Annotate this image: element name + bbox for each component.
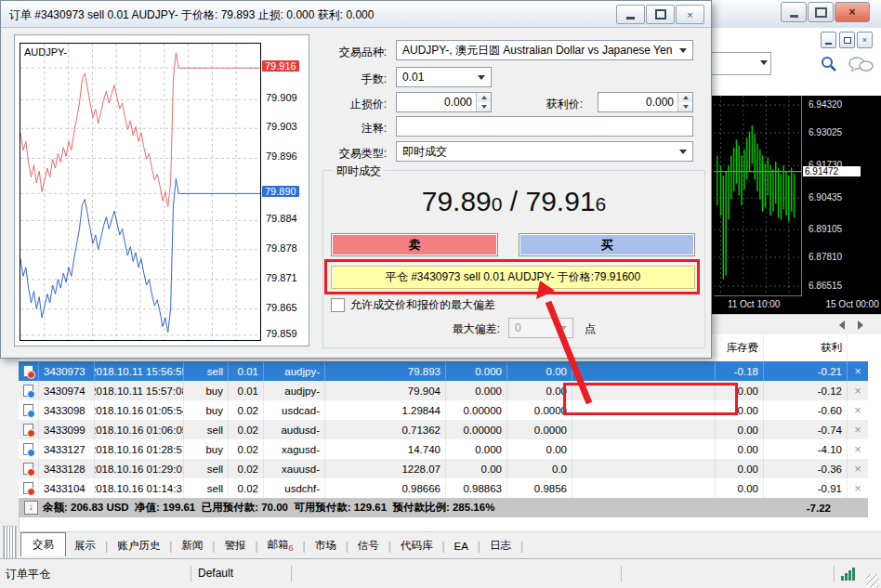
order-buy-icon bbox=[23, 443, 33, 455]
order-id: 3430973 bbox=[39, 361, 95, 381]
order-symbol: audusd- bbox=[264, 420, 325, 439]
close-order-icon[interactable]: × bbox=[848, 361, 868, 381]
table-row[interactable]: 34331282018.10.16 01:29:01sell0.02xauusd… bbox=[19, 459, 868, 478]
volume-select[interactable]: 0.01 bbox=[396, 67, 492, 87]
chevron-down-icon bbox=[478, 75, 485, 80]
order-lots: 0.02 bbox=[229, 439, 264, 459]
order-icon-cell bbox=[19, 459, 39, 478]
order-icon-cell bbox=[19, 381, 39, 400]
price-scale-label: 79.871 bbox=[266, 272, 297, 283]
instant-execution-group: 即时成交 79.890 / 79.916 卖 买 平仓 #3430973 sel… bbox=[322, 170, 705, 348]
header-profit[interactable]: 获利 bbox=[764, 334, 848, 361]
max-deviation-label: 最大偏差: bbox=[416, 321, 500, 337]
close-order-icon[interactable]: × bbox=[848, 439, 868, 459]
price-scale-label: 6.93025 bbox=[809, 127, 842, 137]
close-order-icon[interactable]: × bbox=[848, 420, 868, 439]
tab-警报[interactable]: 警报 bbox=[216, 535, 254, 556]
tab-日志[interactable]: 日志 bbox=[481, 535, 519, 556]
stoploss-input[interactable]: 0.000 bbox=[396, 92, 492, 112]
panel-handle-icon[interactable] bbox=[3, 526, 17, 559]
table-row[interactable]: 34330982018.10.16 01:05:54buy0.02usdcad-… bbox=[19, 400, 868, 420]
resize-grip[interactable] bbox=[866, 574, 879, 587]
tab-新闻[interactable]: 新闻 bbox=[173, 535, 211, 556]
status-profile[interactable]: Default bbox=[198, 567, 233, 580]
buy-button[interactable]: 买 bbox=[519, 233, 695, 256]
tab-信号[interactable]: 信号 bbox=[349, 535, 388, 556]
order-type-select[interactable]: 即时成交 bbox=[396, 141, 693, 162]
tab-EA[interactable]: EA bbox=[446, 537, 477, 555]
usdcnh-chart[interactable]: 6.943206.930256.917306.904356.891056.878… bbox=[712, 96, 881, 314]
dialog-maximize-button[interactable] bbox=[646, 5, 675, 24]
order-takeprofit: 0.00 bbox=[507, 439, 572, 459]
sell-button[interactable]: 卖 bbox=[331, 233, 498, 256]
tab-交易[interactable]: 交易 bbox=[20, 532, 66, 556]
table-row[interactable]: 34330992018.10.16 01:06:05sell0.02audusd… bbox=[19, 420, 868, 439]
mdi-restore-button[interactable] bbox=[839, 32, 855, 48]
dialog-titlebar[interactable]: 订单 #3430973 sell 0.01 AUDJPY- 于价格: 79.89… bbox=[1, 1, 711, 28]
order-buy-icon bbox=[23, 404, 33, 416]
tab-代码库[interactable]: 代码库 bbox=[392, 535, 441, 556]
order-profit: -0.36 bbox=[764, 459, 848, 478]
order-sell-icon bbox=[23, 482, 33, 494]
balance-row: ↓ 余额: 206.83 USD 净值: 199.61 已用预付款: 70.00… bbox=[19, 498, 868, 517]
close-order-icon[interactable]: × bbox=[848, 459, 868, 478]
table-row[interactable]: 34331272018.10.16 01:28:57buy0.02xagusd-… bbox=[19, 439, 868, 459]
deviation-checkbox[interactable] bbox=[331, 298, 345, 312]
chat-icon[interactable] bbox=[848, 56, 875, 74]
close-order-icon[interactable]: × bbox=[848, 400, 868, 420]
scroll-right-icon[interactable] bbox=[858, 320, 863, 330]
symbol-select[interactable]: AUDJPY-, 澳元日圆 Australian Dollar vs Japan… bbox=[396, 40, 693, 60]
close-position-button[interactable]: 平仓 #3430973 sell 0.01 AUDJPY- 于价格:79.916… bbox=[331, 266, 695, 289]
tab-市场[interactable]: 市场 bbox=[307, 535, 345, 556]
chart-plot bbox=[714, 96, 802, 296]
header-swap[interactable]: 库存费 bbox=[716, 334, 764, 361]
max-deviation-select[interactable]: 0 bbox=[508, 318, 573, 338]
balance-text: 余额: 206.83 USD 净值: 199.61 已用预付款: 70.00 可… bbox=[43, 501, 494, 515]
tab-邮箱[interactable]: 邮箱6 bbox=[259, 534, 302, 556]
takeprofit-label: 获利价: bbox=[521, 97, 583, 112]
dialog-minimize-button[interactable] bbox=[616, 5, 645, 24]
price-scale-label: 6.89105 bbox=[809, 224, 842, 234]
order-hidden-cells bbox=[572, 420, 716, 439]
window-minimize-button[interactable] bbox=[781, 2, 807, 22]
close-order-icon[interactable]: × bbox=[848, 478, 868, 498]
takeprofit-input[interactable]: 0.000 bbox=[598, 92, 693, 112]
spin-up-icon[interactable] bbox=[678, 93, 692, 102]
mdi-minimize-button[interactable] bbox=[821, 32, 836, 48]
table-row[interactable]: 34309742018.10.11 15:57:08buy0.01audjpy-… bbox=[19, 381, 868, 400]
mdi-close-button[interactable]: × bbox=[857, 32, 873, 48]
close-order-icon[interactable]: × bbox=[848, 381, 868, 400]
chevron-down-icon bbox=[679, 150, 687, 154]
order-icon-cell bbox=[19, 420, 39, 439]
order-profit: -0.21 bbox=[764, 361, 848, 381]
spin-down-icon[interactable] bbox=[678, 102, 692, 111]
tick-chart-plot bbox=[20, 43, 261, 341]
table-row[interactable]: 34309732018.10.11 15:56:55sell0.01audjpy… bbox=[19, 361, 868, 381]
tab-账户历史[interactable]: 账户历史 bbox=[109, 535, 168, 556]
order-symbol: audjpy- bbox=[264, 361, 325, 381]
spin-down-icon[interactable] bbox=[477, 102, 491, 111]
scroll-left-icon[interactable] bbox=[839, 320, 845, 330]
order-type: buy bbox=[184, 381, 229, 400]
order-dialog: 订单 #3430973 sell 0.01 AUDJPY- 于价格: 79.89… bbox=[0, 0, 712, 359]
dialog-close-button[interactable]: × bbox=[676, 5, 704, 24]
stoploss-label: 止损价: bbox=[320, 97, 387, 112]
table-row[interactable]: 34331042018.10.16 01:14:31sell0.02usdchf… bbox=[19, 478, 868, 498]
search-icon[interactable] bbox=[820, 55, 838, 73]
order-type: sell bbox=[184, 459, 229, 478]
window-maximize-button[interactable] bbox=[808, 2, 834, 22]
spin-up-icon[interactable] bbox=[477, 93, 491, 102]
stoploss-value: 0.000 bbox=[397, 96, 476, 109]
price-scale-label: 79.859 bbox=[266, 328, 297, 339]
window-close-button[interactable]: × bbox=[835, 2, 870, 22]
order-type-dot bbox=[27, 449, 35, 457]
order-hidden-cells bbox=[572, 400, 716, 420]
order-profit: -4.10 bbox=[764, 439, 848, 459]
comment-input[interactable] bbox=[396, 116, 693, 137]
minimize-icon bbox=[790, 15, 798, 18]
order-takeprofit: 0.00 bbox=[507, 361, 572, 381]
tab-展示[interactable]: 展示 bbox=[66, 535, 104, 556]
chart-scrollbar[interactable] bbox=[712, 314, 881, 335]
order-time: 2018.10.16 01:29:01 bbox=[95, 459, 184, 478]
price-scale-label: 79.884 bbox=[266, 213, 297, 224]
